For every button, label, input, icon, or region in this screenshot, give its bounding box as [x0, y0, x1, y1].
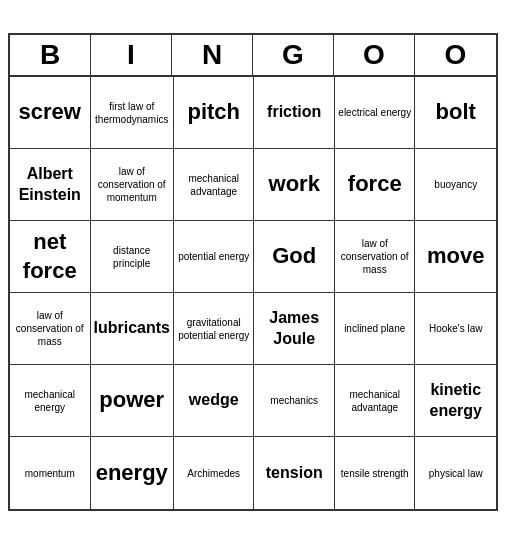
cell-label: momentum [25, 467, 75, 480]
bingo-cell: friction [254, 77, 335, 149]
cell-label: lubricants [94, 318, 170, 339]
bingo-cell: wedge [174, 365, 255, 437]
bingo-cell: inclined plane [335, 293, 416, 365]
header-letter: I [91, 35, 172, 75]
bingo-cell: power [91, 365, 174, 437]
bingo-cell: James Joule [254, 293, 335, 365]
bingo-cell: distance principle [91, 221, 174, 293]
cell-label: energy [96, 459, 168, 488]
bingo-cell: mechanical advantage [174, 149, 255, 221]
cell-label: physical law [429, 467, 483, 480]
bingo-cell: Hooke's law [415, 293, 496, 365]
cell-label: law of conservation of mass [338, 237, 412, 276]
cell-label: Hooke's law [429, 322, 483, 335]
bingo-cell: work [254, 149, 335, 221]
bingo-cell: potential energy [174, 221, 255, 293]
bingo-cell: law of conservation of mass [10, 293, 91, 365]
cell-label: work [269, 170, 320, 199]
cell-label: screw [19, 98, 81, 127]
cell-label: mechanical advantage [177, 172, 251, 198]
cell-label: law of conservation of mass [13, 309, 87, 348]
cell-label: wedge [189, 390, 239, 411]
header-letter: B [10, 35, 91, 75]
cell-label: buoyancy [434, 178, 477, 191]
bingo-cell: God [254, 221, 335, 293]
bingo-cell: move [415, 221, 496, 293]
bingo-cell: net force [10, 221, 91, 293]
cell-label: friction [267, 102, 321, 123]
cell-label: mechanics [270, 394, 318, 407]
cell-label: Albert Einstein [13, 164, 87, 206]
bingo-cell: mechanics [254, 365, 335, 437]
bingo-cell: lubricants [91, 293, 174, 365]
cell-label: bolt [436, 98, 476, 127]
bingo-cell: physical law [415, 437, 496, 509]
cell-label: law of conservation of momentum [94, 165, 170, 204]
bingo-cell: pitch [174, 77, 255, 149]
bingo-cell: tension [254, 437, 335, 509]
header-letter: O [334, 35, 415, 75]
cell-label: mechanical energy [13, 388, 87, 414]
cell-label: potential energy [178, 250, 249, 263]
bingo-cell: first law of thermodynamics [91, 77, 174, 149]
bingo-grid: screwfirst law of thermodynamicspitchfri… [10, 77, 496, 509]
cell-label: first law of thermodynamics [94, 100, 170, 126]
cell-label: tension [266, 463, 323, 484]
bingo-cell: bolt [415, 77, 496, 149]
bingo-cell: Archimedes [174, 437, 255, 509]
bingo-cell: buoyancy [415, 149, 496, 221]
bingo-cell: screw [10, 77, 91, 149]
bingo-card: BINGOO screwfirst law of thermodynamicsp… [8, 33, 498, 511]
cell-label: gravitational potential energy [177, 316, 251, 342]
cell-label: James Joule [257, 308, 331, 350]
bingo-cell: gravitational potential energy [174, 293, 255, 365]
bingo-cell: momentum [10, 437, 91, 509]
cell-label: net force [13, 228, 87, 285]
bingo-cell: tensile strength [335, 437, 416, 509]
cell-label: Archimedes [187, 467, 240, 480]
cell-label: distance principle [94, 244, 170, 270]
bingo-cell: law of conservation of mass [335, 221, 416, 293]
bingo-cell: law of conservation of momentum [91, 149, 174, 221]
bingo-cell: kinetic energy [415, 365, 496, 437]
header-letter: N [172, 35, 253, 75]
bingo-cell: mechanical energy [10, 365, 91, 437]
cell-label: power [99, 386, 164, 415]
cell-label: inclined plane [344, 322, 405, 335]
cell-label: God [272, 242, 316, 271]
cell-label: force [348, 170, 402, 199]
cell-label: tensile strength [341, 467, 409, 480]
cell-label: mechanical advantage [338, 388, 412, 414]
bingo-cell: mechanical advantage [335, 365, 416, 437]
bingo-cell: energy [91, 437, 174, 509]
bingo-cell: electrical energy [335, 77, 416, 149]
bingo-cell: Albert Einstein [10, 149, 91, 221]
header-letter: O [415, 35, 496, 75]
cell-label: pitch [187, 98, 240, 127]
header-letter: G [253, 35, 334, 75]
bingo-cell: force [335, 149, 416, 221]
cell-label: move [427, 242, 484, 271]
bingo-header: BINGOO [10, 35, 496, 77]
cell-label: kinetic energy [418, 380, 493, 422]
cell-label: electrical energy [338, 106, 411, 119]
